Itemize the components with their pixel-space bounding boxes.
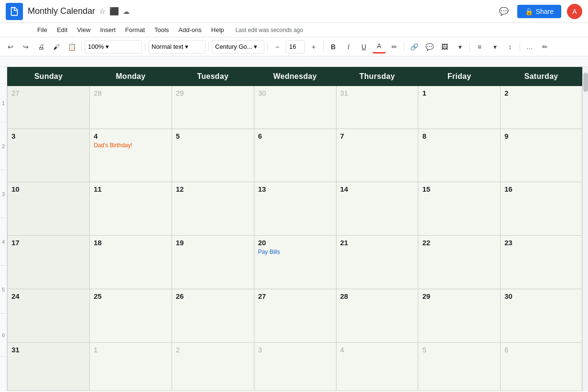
cell-r5-c4[interactable]: 27 — [254, 289, 336, 343]
cell-r3-c2[interactable]: 11 — [89, 182, 172, 236]
cell-r3-c7[interactable]: 16 — [501, 182, 582, 236]
cell-r2-c2[interactable]: 4Dad's Birthday! — [89, 129, 172, 182]
calendar-wrapper: Sunday Monday Tuesday Wednesday Thursday… — [7, 67, 582, 391]
image-dropdown-button[interactable]: ▾ — [453, 40, 467, 54]
cell-r4-c1[interactable]: 17 — [8, 236, 90, 289]
cell-r5-c7[interactable]: 30 — [501, 289, 582, 343]
cell-r3-c3[interactable]: 12 — [172, 182, 254, 236]
drive-icon[interactable]: ⬛ — [109, 7, 119, 16]
cell-r6-c6[interactable]: 5 — [418, 343, 501, 391]
cell-r3-c1[interactable]: 10 — [8, 182, 90, 236]
font-color-button[interactable]: A — [372, 40, 386, 54]
style-select[interactable]: Normal text ▾ — [148, 40, 206, 54]
cell-r2-c4[interactable]: 6 — [254, 129, 336, 182]
share-button[interactable]: 🔒 Share — [517, 5, 561, 18]
cell-r4-c3[interactable]: 19 — [172, 236, 254, 289]
menu-format[interactable]: Format — [121, 25, 149, 34]
day-number-r4-c3: 19 — [176, 239, 184, 247]
link-button[interactable]: 🔗 — [407, 40, 421, 54]
day-number-r6-c4: 3 — [258, 346, 262, 354]
sheet-container: 1 2 3 4 5 6 Sunday Monday Tuesday — [0, 67, 588, 391]
scrollbar-thumb[interactable] — [583, 73, 588, 92]
font-size-increase-button[interactable]: + — [307, 40, 320, 54]
font-select[interactable]: Century Go... ▾ — [212, 40, 264, 54]
font-size-decrease-button[interactable]: − — [271, 40, 284, 54]
vertical-scrollbar[interactable] — [582, 67, 588, 391]
cell-r5-c6[interactable]: 29 — [418, 289, 501, 343]
doc-title: Monthly Calendar — [28, 6, 95, 16]
edit-pen-button[interactable]: ✏ — [538, 40, 552, 54]
image-button[interactable]: 🖼 — [438, 40, 451, 54]
day-number-r5-c6: 29 — [422, 292, 430, 300]
star-icon[interactable]: ☆ — [99, 7, 106, 16]
underline-button[interactable]: U — [357, 40, 370, 54]
ruler — [0, 56, 588, 67]
zoom-select[interactable]: 100% ▾ — [85, 40, 142, 54]
user-avatar[interactable]: A — [567, 4, 582, 19]
menu-edit[interactable]: Edit — [53, 25, 71, 34]
event-r4-c4: Pay Bills — [258, 249, 332, 255]
header-row-num — [0, 67, 7, 84]
cell-r1-c1[interactable]: 27 — [8, 86, 90, 129]
bold-button[interactable]: B — [327, 40, 340, 54]
comment-button[interactable]: 💬 — [496, 4, 512, 19]
cell-r2-c3[interactable]: 5 — [172, 129, 254, 182]
cell-r4-c6[interactable]: 22 — [418, 236, 501, 289]
cell-r4-c4[interactable]: 20Pay Bills — [254, 236, 336, 289]
cell-r1-c4[interactable]: 30 — [254, 86, 336, 129]
font-size-input[interactable]: 16 — [286, 40, 305, 54]
menu-view[interactable]: View — [73, 25, 94, 34]
align-button[interactable]: ≡ — [473, 40, 486, 54]
cell-r6-c3[interactable]: 2 — [172, 343, 254, 391]
day-number-r3-c5: 14 — [340, 185, 348, 193]
event-r2-c2: Dad's Birthday! — [94, 142, 168, 149]
style-dropdown-icon: ▾ — [185, 43, 188, 50]
cell-r6-c1[interactable]: 31 — [8, 343, 90, 391]
day-number-r5-c5: 28 — [340, 292, 348, 300]
cell-r2-c7[interactable]: 9 — [501, 129, 582, 182]
cell-r4-c7[interactable]: 23 — [501, 236, 582, 289]
cell-r5-c2[interactable]: 25 — [89, 289, 172, 343]
menu-file[interactable]: File — [33, 25, 51, 34]
cell-r3-c5[interactable]: 14 — [336, 182, 418, 236]
cell-r5-c5[interactable]: 28 — [336, 289, 418, 343]
cell-r6-c4[interactable]: 3 — [254, 343, 336, 391]
cell-r6-c7[interactable]: 6 — [501, 343, 582, 391]
cell-r5-c3[interactable]: 26 — [172, 289, 254, 343]
align-dropdown-button[interactable]: ▾ — [488, 40, 501, 54]
undo-button[interactable]: ↩ — [4, 40, 17, 54]
paint-format-button[interactable]: 🖌 — [50, 40, 63, 54]
menu-insert[interactable]: Insert — [96, 25, 120, 34]
menu-tools[interactable]: Tools — [151, 25, 173, 34]
cell-r1-c7[interactable]: 2 — [501, 86, 582, 129]
copy-format-button[interactable]: 📋 — [65, 40, 78, 54]
cell-r1-c2[interactable]: 28 — [89, 86, 172, 129]
cell-r1-c3[interactable]: 29 — [172, 86, 254, 129]
cell-r3-c6[interactable]: 15 — [418, 182, 501, 236]
cell-r4-c5[interactable]: 21 — [336, 236, 418, 289]
menu-addons[interactable]: Add-ons — [174, 25, 205, 34]
cell-r5-c1[interactable]: 24 — [8, 289, 90, 343]
day-number-r4-c2: 18 — [94, 239, 102, 247]
highlight-button[interactable]: ✏ — [388, 40, 401, 54]
cell-r1-c5[interactable]: 31 — [336, 86, 418, 129]
cell-r4-c2[interactable]: 18 — [89, 236, 172, 289]
cell-r2-c1[interactable]: 3 — [8, 129, 90, 182]
calendar-row-2: 34Dad's Birthday!56789 — [8, 129, 582, 182]
cell-r2-c5[interactable]: 7 — [336, 129, 418, 182]
line-spacing-button[interactable]: ↕ — [503, 40, 517, 54]
cell-r1-c6[interactable]: 1 — [418, 86, 501, 129]
print-button[interactable]: 🖨 — [34, 40, 48, 54]
menu-help[interactable]: Help — [207, 25, 228, 34]
more-button[interactable]: … — [523, 40, 536, 54]
cell-r2-c6[interactable]: 8 — [418, 129, 501, 182]
right-area: 💬 🔒 Share A — [496, 4, 582, 19]
cell-r3-c4[interactable]: 13 — [254, 182, 336, 236]
cell-r6-c2[interactable]: 1 — [89, 343, 172, 391]
separator-4 — [267, 42, 268, 52]
zoom-dropdown-icon: ▾ — [106, 43, 109, 50]
italic-button[interactable]: I — [342, 40, 355, 54]
redo-button[interactable]: ↪ — [19, 40, 33, 54]
cell-r6-c5[interactable]: 4 — [336, 343, 418, 391]
comment-inline-button[interactable]: 💬 — [423, 40, 436, 54]
